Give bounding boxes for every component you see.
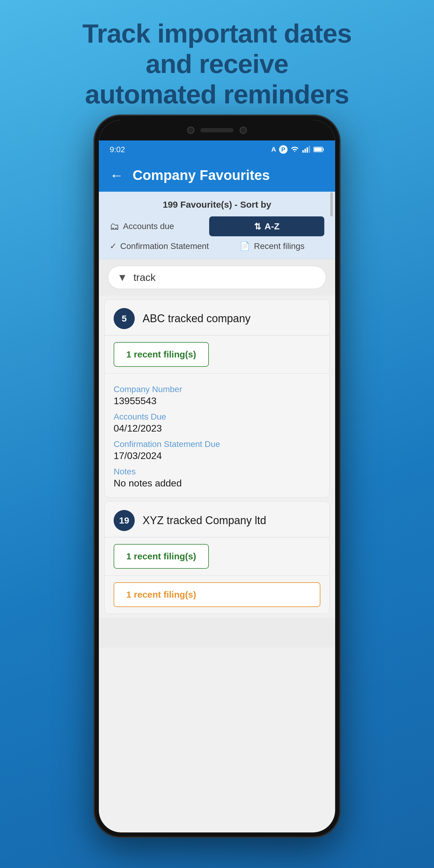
- svg-rect-0: [302, 150, 304, 153]
- search-bar[interactable]: ▼ track: [108, 266, 326, 289]
- status-bar: 9:02 A P: [99, 141, 335, 158]
- company2-header[interactable]: 19 XYZ tracked Company ltd: [104, 501, 330, 537]
- sort-option-confirmation-label: Confirmation Statement: [120, 241, 209, 251]
- speaker: [200, 128, 234, 132]
- sort-options-row1: 🗂 Accounts due ⇅ A-Z: [110, 216, 324, 236]
- camera: [187, 127, 194, 134]
- svg-rect-3: [309, 146, 310, 153]
- recent-filings-icon: 📄: [240, 241, 250, 251]
- status-time: 9:02: [110, 145, 125, 154]
- company-number-label: Company Number: [114, 384, 320, 394]
- confirmation-check-icon: ✓: [110, 241, 117, 251]
- back-button[interactable]: ←: [110, 167, 124, 183]
- battery-icon: [313, 146, 324, 153]
- svg-rect-5: [323, 148, 324, 151]
- signal-icon: [302, 145, 310, 154]
- company2-filing-wrap: 1 recent filing(s): [104, 537, 330, 576]
- phone-top-bar: [99, 120, 335, 141]
- scrollbar-indicator[interactable]: [330, 192, 333, 216]
- accounts-due-label: Accounts Due: [114, 412, 320, 422]
- svg-rect-1: [304, 149, 306, 153]
- status-icons: A P: [271, 145, 324, 154]
- notification-icon-a: A: [271, 146, 276, 153]
- sort-option-filings[interactable]: 📄 Recent filings: [220, 241, 324, 251]
- company2-status-bar[interactable]: 1 recent filing(s): [114, 582, 320, 607]
- sort-bar-title: 199 Favourite(s) - Sort by: [110, 199, 324, 210]
- notes-label: Notes: [114, 467, 320, 476]
- sort-option-accounts-label: Accounts due: [123, 221, 174, 231]
- sort-option-filings-label: Recent filings: [254, 241, 304, 251]
- svg-rect-6: [314, 148, 322, 151]
- hero-text: Track important dates and receive automa…: [58, 18, 376, 110]
- company1-details: Company Number 13955543 Accounts Due 04/…: [104, 374, 330, 497]
- company1-badge: 5: [114, 308, 135, 329]
- filter-icon: ▼: [117, 272, 127, 283]
- company1-card: 5 ABC tracked company 1 recent filing(s)…: [104, 299, 330, 498]
- sort-option-accounts[interactable]: 🗂 Accounts due: [110, 221, 203, 232]
- company1-header[interactable]: 5 ABC tracked company: [104, 300, 330, 336]
- company2-filing-button[interactable]: 1 recent filing(s): [114, 544, 209, 569]
- company2-card: 19 XYZ tracked Company ltd 1 recent fili…: [104, 501, 330, 614]
- company1-filing-button[interactable]: 1 recent filing(s): [114, 342, 209, 367]
- phone-inner: 9:02 A P: [99, 120, 335, 832]
- accounts-due-value: 04/12/2023: [114, 423, 320, 434]
- search-input[interactable]: track: [133, 272, 156, 283]
- notes-value: No notes added: [114, 478, 320, 489]
- company2-name: XYZ tracked Company ltd: [143, 514, 266, 527]
- hero-line3: automated reminders: [85, 79, 349, 109]
- app-bar-title: Company Favourites: [133, 167, 270, 183]
- accounts-due-icon: 🗂: [110, 221, 119, 232]
- sort-icon: ⇅: [254, 221, 261, 231]
- confirmation-date-value: 17/03/2024: [114, 450, 320, 461]
- search-bar-wrap: ▼ track: [99, 259, 335, 296]
- sort-az-button[interactable]: ⇅ A-Z: [209, 216, 324, 236]
- screen-scroll: 9:02 A P: [99, 141, 335, 832]
- phone-frame: 9:02 A P: [93, 115, 341, 838]
- app-bar: ← Company Favourites: [99, 158, 335, 192]
- company1-name: ABC tracked company: [143, 312, 250, 325]
- confirmation-label: Confirmation Statement Due: [114, 439, 320, 449]
- company1-filing-wrap: 1 recent filing(s): [104, 336, 330, 374]
- svg-rect-2: [307, 147, 308, 153]
- company-number-value: 13955543: [114, 396, 320, 407]
- hero-line1: Track important dates: [82, 19, 352, 48]
- sort-options-row2: ✓ Confirmation Statement 📄 Recent filing…: [110, 241, 324, 251]
- sort-bar: 199 Favourite(s) - Sort by 🗂 Accounts du…: [99, 192, 335, 259]
- camera2: [240, 127, 247, 134]
- hero-line2: and receive: [146, 49, 288, 79]
- page-wrapper: Track important dates and receive automa…: [0, 0, 434, 868]
- company2-badge: 19: [114, 510, 135, 531]
- sort-az-label: A-Z: [265, 221, 280, 231]
- sort-option-confirmation[interactable]: ✓ Confirmation Statement: [110, 241, 214, 251]
- bottom-pad: [99, 618, 335, 648]
- notification-icon-p: P: [279, 145, 287, 154]
- wifi-icon: [290, 145, 299, 154]
